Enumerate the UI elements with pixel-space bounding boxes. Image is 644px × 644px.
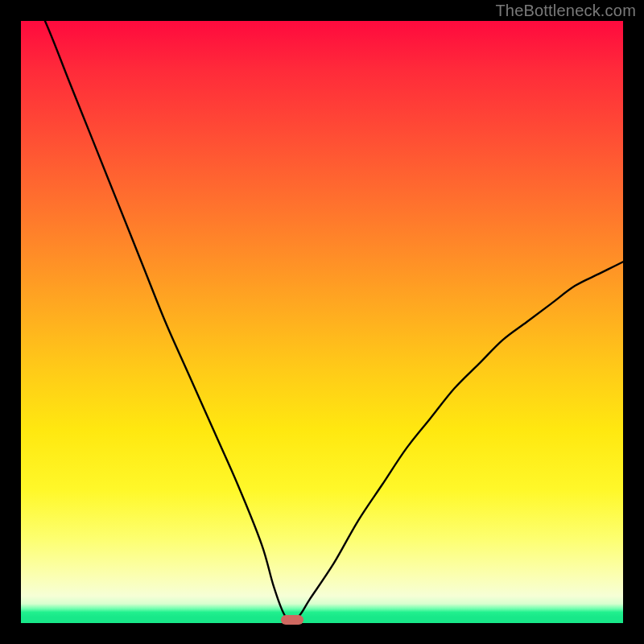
chart-frame: TheBottleneck.com [0,0,644,644]
curve-path [21,21,623,620]
optimal-marker [281,615,303,625]
watermark-text: TheBottleneck.com [495,2,636,20]
bottleneck-curve [21,21,623,623]
